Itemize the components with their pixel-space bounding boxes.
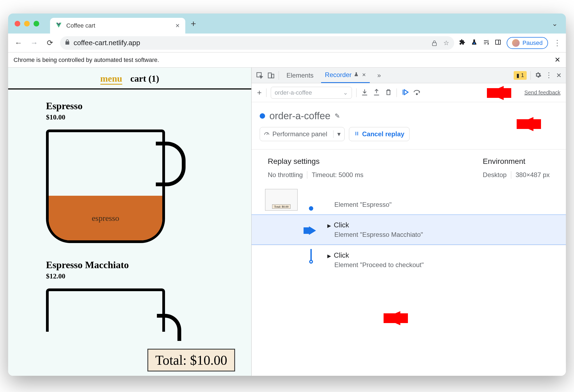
pause-icon [354, 130, 359, 138]
coffee-cup-icon[interactable] [46, 288, 165, 332]
avatar-icon [512, 39, 520, 47]
close-infobar-button[interactable]: ✕ [555, 56, 560, 64]
new-tab-button[interactable]: + [191, 18, 196, 29]
step-row[interactable]: ▶Click Element "Espresso Macchiato" [252, 214, 566, 245]
step-element: Element "Proceed to checkout" [334, 261, 560, 269]
record-status-icon [260, 113, 265, 119]
chevron-down-icon: ⌄ [343, 89, 348, 96]
vue-favicon-icon [55, 22, 62, 29]
step-thumbnail: Total: $0.00 [265, 189, 298, 211]
svg-rect-0 [433, 43, 437, 46]
replay-settings-heading: Replay settings [268, 157, 364, 166]
environment-heading: Environment [483, 157, 550, 166]
back-button[interactable]: ← [13, 39, 24, 47]
cup-handle-icon [156, 142, 186, 186]
window-maximize-button[interactable] [34, 21, 39, 26]
import-icon[interactable] [361, 88, 368, 97]
delete-icon[interactable] [385, 88, 392, 97]
window-controls [15, 21, 39, 26]
gauge-icon [264, 130, 270, 138]
side-panel-icon[interactable] [495, 39, 501, 47]
svg-rect-4 [257, 72, 261, 77]
step-row[interactable]: Total: $0.00 Element "Espresso" [252, 185, 566, 214]
step-timeline: Total: $0.00 Element "Espresso" [252, 185, 566, 376]
current-step-marker-icon [309, 226, 316, 235]
throttle-value[interactable]: No throttling [268, 171, 303, 179]
step-element: Element "Espresso Macchiato" [334, 231, 560, 238]
browser-tab-strip: Coffee cart ✕ + ⌄ [8, 14, 566, 34]
svg-rect-2 [496, 40, 500, 44]
device-toolbar-icon[interactable] [267, 72, 275, 79]
annotation-arrow-icon [384, 311, 400, 325]
lock-icon [65, 39, 70, 46]
beaker-icon [354, 72, 359, 78]
address-bar[interactable]: coffee-cart.netlify.app ☆ [60, 36, 454, 50]
automation-infobar: Chrome is being controlled by automated … [8, 52, 566, 68]
cart-total[interactable]: Total: $10.00 [147, 349, 235, 371]
recorder-toolbar: + order-a-coffee ⌄ [252, 83, 566, 102]
nav-menu-link[interactable]: menu [100, 74, 122, 85]
performance-panel-button[interactable]: Performance panel ▾ [260, 127, 345, 141]
share-icon[interactable] [431, 39, 437, 47]
edit-name-icon[interactable]: ✎ [335, 112, 340, 120]
product-title: Espresso Macchiato [46, 259, 251, 271]
kebab-menu-icon[interactable]: ⋮ [545, 71, 552, 79]
expand-icon[interactable]: ▶ [327, 253, 331, 259]
extensions-icon[interactable] [459, 39, 466, 47]
close-tab-icon[interactable]: ✕ [175, 22, 180, 29]
product-price: $10.00 [46, 113, 251, 121]
reading-list-icon[interactable] [483, 39, 489, 47]
bookmark-icon[interactable]: ☆ [443, 39, 449, 47]
expand-icon[interactable]: ▶ [327, 223, 331, 229]
step-row[interactable]: ▶Click Element "Proceed to checkout" [252, 245, 566, 275]
profile-button[interactable]: Paused [507, 37, 548, 49]
svg-rect-5 [268, 73, 272, 78]
send-feedback-link[interactable]: Send feedback [524, 89, 560, 96]
step-element: Element "Espresso" [334, 201, 560, 208]
new-recording-button[interactable]: + [257, 88, 262, 97]
more-tabs-button[interactable]: » [374, 68, 385, 83]
chevron-down-icon[interactable]: ▾ [333, 130, 341, 138]
product-espresso: Espresso $10.00 espresso [8, 89, 251, 243]
recording-select[interactable]: order-a-coffee ⌄ [271, 87, 352, 99]
close-tab-icon[interactable]: ✕ [362, 72, 366, 78]
svg-rect-6 [272, 74, 274, 78]
issue-icon: ▮ [516, 72, 519, 79]
settings-gear-icon[interactable] [535, 71, 542, 79]
devtools-panel: Elements Recorder ✕ » ▮ 1 [252, 68, 566, 376]
cup-handle-icon [157, 314, 181, 341]
close-devtools-icon[interactable]: ✕ [556, 72, 562, 79]
export-icon[interactable] [373, 88, 380, 97]
automation-text: Chrome is being controlled by automated … [14, 57, 159, 64]
devtools-tab-bar: Elements Recorder ✕ » ▮ 1 [252, 68, 566, 83]
reload-button[interactable]: ⟳ [44, 38, 55, 47]
cancel-replay-button[interactable]: Cancel replay [349, 127, 410, 141]
tab-elements[interactable]: Elements [283, 68, 317, 83]
coffee-cup-icon[interactable]: espresso [46, 129, 165, 243]
window-close-button[interactable] [15, 21, 20, 26]
cup-fill-label: espresso [49, 196, 162, 240]
browser-tab[interactable]: Coffee cart ✕ [50, 18, 185, 34]
web-page-viewport: menu cart (1) Espresso $10.00 espresso E… [8, 68, 252, 376]
url-text: coffee-cart.netlify.app [74, 39, 140, 47]
svg-point-1 [473, 42, 475, 44]
forward-button[interactable]: → [29, 39, 39, 47]
tab-title: Coffee cart [66, 22, 175, 29]
replay-settings-bar: Replay settings No throttling Timeout: 5… [252, 149, 566, 185]
timeout-value[interactable]: Timeout: 5000 ms [307, 171, 363, 179]
site-nav: menu cart (1) [8, 68, 251, 89]
chrome-menu-button[interactable]: ⋮ [553, 38, 561, 47]
dimensions-value[interactable]: 380×487 px [511, 171, 550, 179]
issues-badge[interactable]: ▮ 1 [514, 71, 527, 80]
step-over-icon[interactable] [413, 88, 421, 97]
nav-cart-link[interactable]: cart (1) [130, 74, 159, 85]
device-value[interactable]: Desktop [483, 171, 507, 179]
experiments-icon[interactable] [471, 39, 477, 47]
browser-toolbar: ← → ⟳ coffee-cart.netlify.app ☆ [8, 34, 566, 52]
window-minimize-button[interactable] [24, 21, 30, 26]
inspect-element-icon[interactable] [256, 72, 263, 79]
annotation-arrow-icon [517, 117, 533, 131]
replay-slow-icon[interactable] [401, 88, 409, 97]
tab-recorder[interactable]: Recorder ✕ [321, 68, 370, 83]
tab-list-button[interactable]: ⌄ [552, 19, 558, 28]
